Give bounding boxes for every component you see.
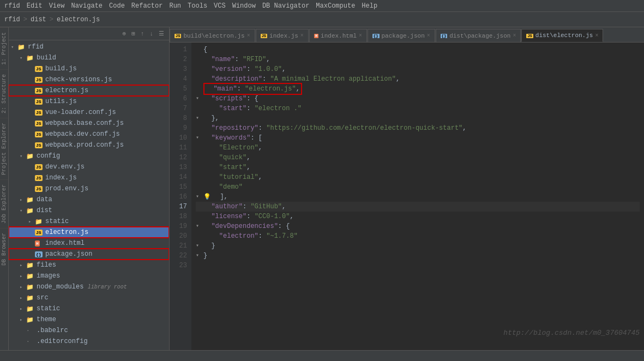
tab-file-icon: JS [174,33,181,39]
tree-item[interactable]: ·.babelrc [9,325,169,336]
tree-icon-folder: 📁 [26,294,35,302]
code-token-punc: } [203,241,215,251]
sidebar-label-item[interactable]: Project Explorer [0,118,8,179]
light-bulb-icon[interactable]: 💡 [203,192,211,202]
tree-item[interactable]: ▸📁static [9,303,169,314]
tree-item[interactable]: ▾📁build [9,52,169,63]
tree-item[interactable]: JSelectron.js [9,227,169,238]
tab-package.json[interactable]: {}package.json× [368,29,435,42]
tree-item[interactable]: JSindex.js [9,172,169,183]
tree-item[interactable]: JSelectron.js [9,85,169,96]
code-line [196,261,640,270]
tree-item[interactable]: JSwebpack.base.conf.js [9,118,169,129]
sidebar-label-item[interactable]: 1: Project [0,27,8,69]
tree-item[interactable]: JSdev.env.js [9,161,169,172]
sidebar-toolbar-btn[interactable]: ↑ [139,30,146,38]
code-editor[interactable]: 1234567891011121314151617181920212223 { … [170,43,644,350]
sidebar-toolbar-btn[interactable]: ⊕ [121,29,128,38]
tab-label: package.json [382,33,425,39]
line-number: 4 [170,74,191,84]
code-token-punc: , [266,55,270,64]
tree-icon-js: JS [35,120,44,127]
code-token-punc: , [258,172,262,182]
tree-item[interactable]: JSwebpack.prod.conf.js [9,140,169,151]
menu-item-view[interactable]: View [49,2,65,10]
tree-item[interactable]: ▸📁src [9,292,169,303]
sidebar-toolbar-btn[interactable]: ↓ [148,30,155,38]
tab-close[interactable]: × [300,33,304,39]
tree-item-label: package.json [45,250,92,258]
sidebar-label-item[interactable]: Job Explorer [0,179,8,228]
menu-item-window[interactable]: Window [232,2,256,10]
menu-item-vcs[interactable]: VCS [214,2,226,10]
tab-index.js[interactable]: JSindex.js× [256,29,309,42]
tree-item[interactable]: JSbuild.js [9,63,169,74]
fold-icon[interactable]: ▾ [196,251,202,261]
tab-dist-electron.js[interactable]: JSdist\electron.js× [521,29,603,42]
tree-item[interactable]: ▸📁images [9,270,169,281]
sidebar-label-item[interactable]: DB Browser [0,228,8,270]
tree-item[interactable]: ▾📁config [9,151,169,161]
tab-build-electron[interactable]: JSbuild\electron.js× [170,29,255,42]
sidebar-label-item[interactable]: 2: Structure [0,69,8,118]
tree-item[interactable]: ▸📁theme [9,314,169,325]
code-token-punc [203,212,211,221]
sidebar-toolbar-btn[interactable]: ☰ [157,29,166,38]
fold-icon[interactable]: ▾ [196,241,202,251]
code-token-punc: : [246,64,254,74]
tree-item-label: .babelrc [37,327,68,334]
tab-close[interactable]: × [247,33,250,39]
menu-item-help[interactable]: Help [362,2,377,10]
menu-item-rfid[interactable]: rfid [4,2,20,10]
code-line: "repository": "https://github.com/electr… [196,123,640,133]
tree-item[interactable]: ▸📁static [9,216,169,227]
breadcrumb-item: rfid [4,16,20,23]
fold-icon[interactable]: ▾ [196,221,202,231]
menu-item-edit[interactable]: Edit [27,2,43,10]
code-token-key: "scripts" [211,94,246,104]
tree-arrow: ▾ [20,55,26,61]
menu-item-navigate[interactable]: Navigate [71,2,103,10]
sidebar-tree: ▾📁rfid▾📁buildJSbuild.jsJScheck-versions.… [9,40,169,350]
tab-close[interactable]: × [359,33,362,39]
menu-item-db navigator[interactable]: DB Navigator [262,2,309,10]
tree-item[interactable]: {}package.json [9,249,169,260]
tab-dist-package.json[interactable]: {}dist\package.json× [436,29,521,42]
tree-item[interactable]: ▸📁data [9,194,169,205]
breadcrumb-separator: > [50,16,53,23]
tab-close[interactable]: × [595,33,598,39]
line-number: 2 [170,55,191,64]
tree-item[interactable]: JSvue-loader.conf.js [9,107,169,118]
tree-item[interactable]: ▾📁dist [9,205,169,216]
tab-close[interactable]: × [513,33,516,39]
tree-item[interactable]: JSutils.js [9,96,169,107]
menu-item-refactor[interactable]: Refactor [131,2,163,10]
menu-item-run[interactable]: Run [169,2,181,10]
code-line: "Electron", [196,143,640,153]
tab-index.html[interactable]: Hindex.html× [309,29,367,42]
tree-item[interactable]: ▾📁rfid [9,41,169,52]
menu-item-maxcompute[interactable]: MaxCompute [316,2,355,10]
tab-close[interactable]: × [427,33,430,39]
tree-item[interactable]: JSwebpack.dev.conf.js [9,129,169,140]
tree-item[interactable]: JScheck-versions.js [9,74,169,85]
code-line: "author": "GitHub", [196,202,640,212]
tree-icon-js: JS [35,229,44,236]
line-number: 3 [170,64,191,74]
tree-item-label: images [37,272,60,280]
fold-icon[interactable]: ▾ [196,192,202,202]
tree-item[interactable]: Hindex.html [9,238,169,249]
tree-item[interactable]: ▸📁node_modules library root [9,281,169,292]
code-token-key: "license" [211,212,246,221]
tree-item[interactable]: ·.editorconfig [9,336,169,347]
menu-item-code[interactable]: Code [109,2,125,10]
menu-bar[interactable]: rfidEditViewNavigateCodeRefactorRunTools… [0,0,644,12]
tree-item[interactable]: JSprod.env.js [9,183,169,194]
tree-item[interactable]: ▸📁files [9,260,169,270]
menu-item-tools[interactable]: Tools [188,2,207,10]
sidebar-toolbar-btn[interactable]: ⊞ [130,29,137,38]
fold-icon[interactable]: ▾ [196,94,202,104]
fold-icon[interactable]: ▾ [196,113,202,123]
line-number: 20 [170,231,191,241]
fold-icon[interactable]: ▾ [196,133,202,143]
